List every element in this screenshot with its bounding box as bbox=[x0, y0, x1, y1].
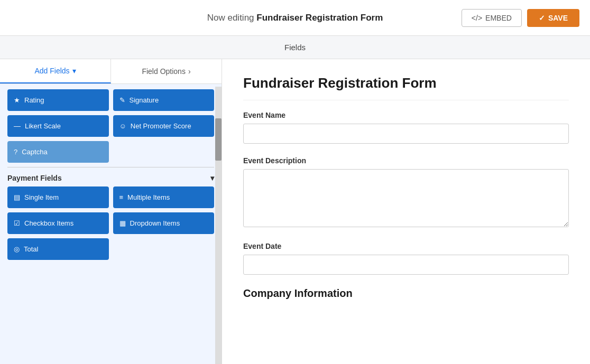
left-panel: Add Fields ▾ Field Options › ★ Rating ✎ … bbox=[0, 59, 222, 364]
total-icon: ◎ bbox=[14, 245, 20, 253]
scroll-thumb[interactable] bbox=[215, 118, 222, 161]
embed-icon: </> bbox=[472, 14, 482, 22]
embed-button[interactable]: </> EMBED bbox=[462, 9, 522, 27]
right-panel: Fundraiser Registration Form Event Name … bbox=[222, 59, 590, 364]
dropdown-items-label: Dropdown Items bbox=[130, 219, 180, 227]
form-field-event-name: Event Name bbox=[243, 111, 569, 144]
tab-add-chevron-icon: ▾ bbox=[72, 67, 76, 75]
multiple-items-icon: ≡ bbox=[119, 193, 124, 201]
single-item-icon: ▤ bbox=[14, 193, 20, 201]
field-grid-row1: ★ Rating ✎ Signature bbox=[7, 89, 214, 111]
field-btn-multiple-items[interactable]: ≡ Multiple Items bbox=[113, 186, 215, 208]
tabs-row: Add Fields ▾ Field Options › bbox=[0, 59, 222, 84]
payment-grid-row1: ▤ Single Item ≡ Multiple Items bbox=[7, 186, 214, 208]
field-btn-single-item[interactable]: ▤ Single Item bbox=[7, 186, 109, 208]
form-title: Fundraiser Registration Form bbox=[243, 75, 569, 100]
chevron-down-icon: ▾ bbox=[210, 174, 214, 182]
field-btn-dropdown-items[interactable]: ▦ Dropdown Items bbox=[113, 212, 215, 234]
multiple-items-label: Multiple Items bbox=[127, 193, 170, 201]
fields-bar: Fields bbox=[0, 36, 590, 59]
dropdown-items-icon: ▦ bbox=[119, 219, 126, 227]
tab-add-fields[interactable]: Add Fields ▾ bbox=[0, 59, 111, 83]
signature-label: Signature bbox=[130, 96, 159, 104]
event-desc-label: Event Description bbox=[243, 156, 569, 165]
nps-label: Net Promoter Score bbox=[131, 122, 191, 130]
single-item-label: Single Item bbox=[24, 193, 59, 201]
event-date-input[interactable] bbox=[243, 255, 569, 275]
field-btn-signature[interactable]: ✎ Signature bbox=[113, 89, 215, 111]
captcha-label: Captcha bbox=[22, 148, 47, 156]
payment-section-label: Payment Fields bbox=[7, 174, 62, 182]
topbar: Now editing Fundraiser Registration Form… bbox=[0, 0, 590, 36]
editing-prefix: Now editing bbox=[207, 13, 257, 23]
nps-icon: ☺ bbox=[119, 122, 126, 130]
field-grid-row2: — Likert Scale ☺ Net Promoter Score bbox=[7, 115, 214, 137]
field-btn-rating[interactable]: ★ Rating bbox=[7, 89, 109, 111]
editing-label: Now editing Fundraiser Registration Form bbox=[207, 13, 383, 23]
likert-label: Likert Scale bbox=[25, 122, 61, 130]
scroll-track bbox=[215, 87, 222, 364]
field-list: ★ Rating ✎ Signature — Likert Scale ☺ Ne… bbox=[0, 84, 222, 364]
payment-fields-section[interactable]: Payment Fields ▾ bbox=[7, 167, 214, 186]
embed-label: EMBED bbox=[485, 14, 512, 22]
tab-options-label: Field Options bbox=[142, 67, 185, 76]
form-name-title: Fundraiser Registration Form bbox=[256, 13, 383, 23]
tab-options-chevron-icon: › bbox=[188, 67, 191, 76]
company-info-section: Company Information bbox=[243, 287, 569, 300]
field-btn-nps[interactable]: ☺ Net Promoter Score bbox=[113, 115, 215, 137]
event-date-label: Event Date bbox=[243, 242, 569, 250]
form-field-event-date: Event Date bbox=[243, 242, 569, 275]
event-name-label: Event Name bbox=[243, 111, 569, 119]
field-btn-checkbox-items[interactable]: ☑ Checkbox Items bbox=[7, 212, 109, 234]
likert-icon: — bbox=[14, 122, 21, 130]
event-desc-textarea[interactable] bbox=[243, 169, 569, 227]
field-btn-total[interactable]: ◎ Total bbox=[7, 238, 109, 260]
field-btn-likert[interactable]: — Likert Scale bbox=[7, 115, 109, 137]
form-field-event-desc: Event Description bbox=[243, 156, 569, 229]
checkbox-items-label: Checkbox Items bbox=[24, 219, 73, 227]
tab-add-label: Add Fields bbox=[34, 67, 69, 75]
signature-icon: ✎ bbox=[119, 96, 125, 104]
captcha-icon: ? bbox=[14, 148, 17, 156]
save-button[interactable]: ✓ SAVE bbox=[527, 9, 579, 27]
tab-field-options[interactable]: Field Options › bbox=[111, 59, 222, 83]
field-grid-row3: ? Captcha bbox=[7, 141, 214, 163]
checkbox-items-icon: ☑ bbox=[14, 219, 20, 227]
main-layout: Add Fields ▾ Field Options › ★ Rating ✎ … bbox=[0, 59, 590, 364]
event-name-input[interactable] bbox=[243, 124, 569, 144]
save-label: SAVE bbox=[548, 14, 568, 22]
payment-grid-row2: ☑ Checkbox Items ▦ Dropdown Items bbox=[7, 212, 214, 234]
save-icon: ✓ bbox=[539, 14, 545, 22]
topbar-actions: </> EMBED ✓ SAVE bbox=[462, 9, 579, 27]
fields-bar-label: Fields bbox=[284, 43, 306, 52]
payment-grid-row3: ◎ Total bbox=[7, 238, 214, 260]
rating-label: Rating bbox=[24, 96, 44, 104]
total-label: Total bbox=[24, 245, 38, 253]
field-btn-captcha[interactable]: ? Captcha bbox=[7, 141, 109, 163]
star-icon: ★ bbox=[14, 96, 20, 104]
